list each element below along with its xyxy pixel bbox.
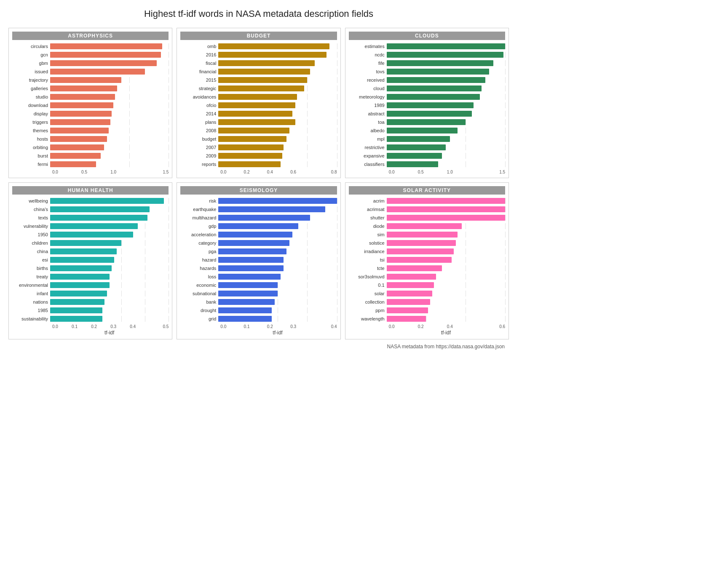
bar-fill [218,206,325,212]
bar-row: earthquake [180,206,337,213]
bar-label: trajectory [12,77,50,83]
bar-fill [218,198,337,204]
bar-label: solar [349,291,387,296]
x-axis-human-health: 0.00.10.20.30.40.5 [12,324,169,329]
bar-row: 2009 [180,152,337,160]
bar-track [218,128,337,133]
bar-fill [218,161,281,167]
x-tick: 1.5 [139,170,169,174]
bar-fill [50,69,145,75]
bar-track [218,161,337,167]
bar-label: 2007 [180,145,218,150]
chart-inner-solar-activity: acrimacrimsatshutterdiodesimsolsticeirra… [349,197,505,323]
chart-title-budget: BUDGET [180,32,337,40]
bar-row: 2016 [180,51,337,59]
bar-label: hosts [12,136,50,142]
bar-track [218,69,337,75]
bar-row: shutter [349,214,505,222]
bar-label: shutter [349,215,387,220]
bar-row: solar [349,290,505,297]
bar-label: meteorology [349,94,387,99]
bar-fill [50,232,133,238]
bar-row: wavelength [349,315,505,323]
bar-label: classifiers [349,162,387,167]
bar-track [218,232,337,238]
bar-fill [387,299,430,305]
bar-fill [218,257,284,263]
x-tick: 0.0 [389,324,418,329]
bar-track [387,215,505,221]
bar-label: vulnerability [12,224,50,229]
bar-fill [218,136,286,142]
bar-track [387,69,505,75]
bar-label: diode [349,224,387,229]
bar-row: 2007 [180,144,337,151]
bars-area-human-health: wellbeingchina'stextsvulnerability1950ch… [12,197,169,323]
bar-fill [387,136,450,142]
bar-track [387,291,505,296]
bar-fill [387,265,442,271]
bar-track [50,102,169,108]
bar-row: tovs [349,68,505,75]
bar-label: sim [349,232,387,237]
bar-row: diode [349,222,505,230]
bar-label: ppm [349,308,387,313]
bar-fill [387,291,432,296]
bars-area-seismology: riskearthquakemultihazardgdpacceleration… [180,197,337,323]
bar-row: 2014 [180,110,337,117]
bar-row: acrim [349,197,505,205]
bar-label: triggers [12,120,50,125]
bar-fill [50,119,110,125]
x-tick: 1.0 [110,170,139,174]
bar-row: received [349,76,505,84]
bar-track [387,274,505,280]
bar-fill [218,291,278,296]
bar-track [218,265,337,271]
bar-fill [218,128,289,133]
bar-fill [218,144,284,150]
chart-seismology: SEISMOLOGYriskearthquakemultihazardgdpac… [177,182,340,339]
bar-track [218,144,337,150]
bar-fill [387,43,505,49]
bar-fill [50,161,96,167]
bar-label: abstract [349,111,387,116]
bar-fill [50,215,147,221]
bar-row: albedo [349,127,505,134]
bar-track [218,153,337,159]
bar-track [50,153,169,159]
bar-track [50,232,169,238]
bar-track [387,265,505,271]
bar-label: tcte [349,266,387,271]
bar-row: plans [180,118,337,126]
bar-track [387,43,505,49]
bar-label: fife [349,61,387,66]
x-tick: 0.4 [313,324,337,329]
bar-row: ppm [349,307,505,314]
x-tick: 0.2 [267,324,290,329]
bar-track [387,161,505,167]
bar-track [50,282,169,288]
bar-fill [218,299,275,305]
bar-fill [50,43,162,49]
bar-label: 2014 [180,111,218,116]
bar-track [50,136,169,142]
bar-track [50,77,169,83]
bar-track [50,248,169,254]
x-tick: 1.5 [476,170,505,174]
bar-label: plans [180,120,218,125]
bar-track [218,43,337,49]
x-axis-title: tf-idf [180,330,337,336]
bar-track [387,136,505,142]
bar-label: toa [349,120,387,125]
bar-row: cloud [349,85,505,92]
bar-label: 2008 [180,128,218,133]
bar-fill [387,215,505,221]
bar-row: meteorology [349,93,505,101]
bar-row: sor3solmuvd [349,273,505,280]
bar-row: 1950 [12,231,169,238]
bar-track [387,119,505,125]
bar-label: sor3solmuvd [349,274,387,279]
bar-row: sustainability [12,315,169,323]
bar-fill [50,144,104,150]
bar-track [387,153,505,159]
